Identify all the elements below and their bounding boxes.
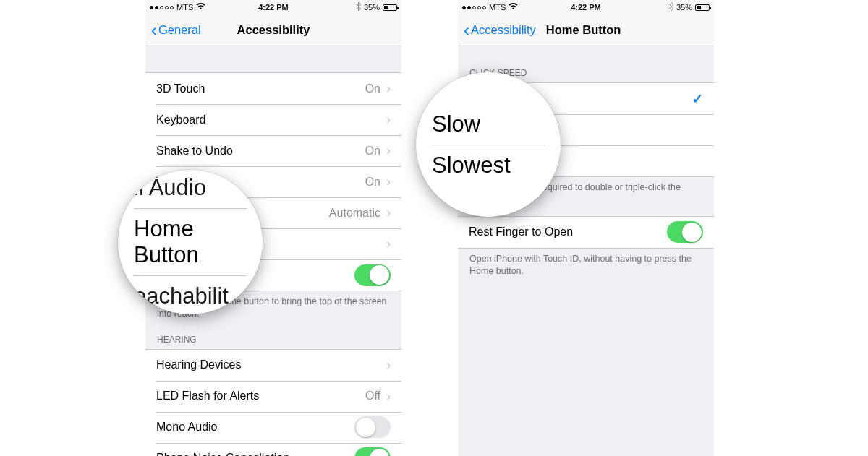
row-keyboard[interactable]: Keyboard › <box>145 104 401 135</box>
click-speed-group: Default ✓ Slow Slowest <box>458 82 714 177</box>
chevron-left-icon: ‹ <box>151 22 157 39</box>
checkmark-icon: ✓ <box>692 91 703 107</box>
row-led-flash[interactable]: LED Flash for Alerts Off › <box>145 381 401 412</box>
bluetooth-icon <box>668 2 673 12</box>
row-label: Reachability <box>156 269 219 282</box>
chevron-right-icon: › <box>386 389 391 404</box>
click-speed-header: CLICK SPEED <box>458 64 714 82</box>
chevron-left-icon: ‹ <box>464 22 469 39</box>
chevron-right-icon: › <box>386 205 391 220</box>
reachability-footer: Double-tap the home button to bring the … <box>145 291 401 330</box>
status-carrier: MTS <box>176 3 193 12</box>
row-speed-default[interactable]: Default ✓ <box>458 83 714 114</box>
back-button[interactable]: ‹ General <box>151 22 201 39</box>
chevron-right-icon: › <box>386 358 391 373</box>
row-value: On <box>365 176 380 189</box>
row-label: Slow <box>469 124 494 137</box>
nav-bar: ‹ General Accessibility <box>145 14 401 46</box>
hearing-group: Hearing Devices › LED Flash for Alerts O… <box>145 349 401 456</box>
row-label: Rest Finger to Open <box>469 225 573 238</box>
row-speed-slowest[interactable]: Slowest <box>458 145 714 176</box>
status-carrier: MTS <box>489 3 506 12</box>
row-label: Home Button <box>156 238 224 251</box>
status-battery-pct: 35% <box>364 3 380 12</box>
row-mono-audio[interactable]: Mono Audio <box>145 412 401 443</box>
row-value: Automatic <box>329 207 380 220</box>
row-label: LED Flash for Alerts <box>156 390 259 403</box>
phone-accessibility: MTS 4:22 PM 35% ‹ General Accessibility … <box>145 0 401 456</box>
wifi-icon <box>196 3 205 12</box>
row-vibration[interactable]: Vibration On › <box>145 166 401 197</box>
status-battery-pct: 35% <box>676 3 692 12</box>
row-label: Phone Noise Cancellation <box>156 452 289 456</box>
row-home-button[interactable]: Home Button › <box>145 228 401 259</box>
row-noise-cancellation[interactable]: Phone Noise Cancellation <box>145 443 401 456</box>
battery-icon <box>383 4 397 11</box>
page-title: Home Button <box>546 23 621 37</box>
row-value: Off <box>365 390 380 403</box>
bluetooth-icon <box>356 2 361 12</box>
row-label: Call Audio Routing <box>156 207 252 220</box>
page-title: Accessibility <box>237 23 310 37</box>
chevron-right-icon: › <box>386 81 391 96</box>
row-label: 3D Touch <box>156 82 205 95</box>
status-bar: MTS 4:22 PM 35% <box>458 0 714 14</box>
row-reachability[interactable]: Reachability <box>145 259 401 291</box>
nav-bar: ‹ Accessibility Home Button <box>458 14 714 46</box>
toggle-noise-cancellation[interactable] <box>354 447 391 456</box>
row-speed-slow[interactable]: Slow <box>458 114 714 145</box>
wifi-icon <box>509 3 518 12</box>
row-label: Keyboard <box>156 113 206 126</box>
row-value: On <box>365 82 380 95</box>
row-label: Mono Audio <box>156 421 218 434</box>
rest-finger-footer: Open iPhone with Touch ID, without havin… <box>458 249 714 288</box>
status-time: 4:22 PM <box>571 3 601 12</box>
rest-finger-group: Rest Finger to Open <box>458 216 714 249</box>
back-label: Accessibility <box>471 23 536 37</box>
battery-icon <box>695 4 710 11</box>
interaction-group: 3D Touch On › Keyboard › Shake to Undo O… <box>145 72 401 291</box>
row-call-audio-routing[interactable]: Call Audio Routing Automatic › <box>145 197 401 228</box>
row-label: Hearing Devices <box>156 358 241 371</box>
chevron-right-icon: › <box>386 174 391 189</box>
toggle-rest-finger[interactable] <box>667 221 703 243</box>
chevron-right-icon: › <box>386 236 391 251</box>
row-rest-finger[interactable]: Rest Finger to Open <box>458 217 714 248</box>
row-label: Vibration <box>156 176 202 189</box>
back-label: General <box>158 23 201 37</box>
row-shake-to-undo[interactable]: Shake to Undo On › <box>145 135 401 166</box>
toggle-reachability[interactable] <box>354 264 391 286</box>
row-hearing-devices[interactable]: Hearing Devices › <box>145 350 401 381</box>
chevron-right-icon: › <box>386 112 391 127</box>
row-label: Shake to Undo <box>156 145 233 158</box>
toggle-mono-audio[interactable] <box>354 416 391 438</box>
hearing-header: HEARING <box>145 330 401 349</box>
status-bar: MTS 4:22 PM 35% <box>145 0 401 14</box>
phone-home-button: MTS 4:22 PM 35% ‹ Accessibility Home But… <box>458 0 714 456</box>
row-3d-touch[interactable]: 3D Touch On › <box>145 73 401 104</box>
row-label: Slowest <box>469 155 509 168</box>
chevron-right-icon: › <box>386 143 391 158</box>
row-value: On <box>365 145 380 158</box>
back-button[interactable]: ‹ Accessibility <box>464 22 536 39</box>
click-speed-footer: Adjust the speed required to double or t… <box>458 177 714 216</box>
row-label: Default <box>469 93 506 106</box>
status-time: 4:22 PM <box>258 3 289 12</box>
